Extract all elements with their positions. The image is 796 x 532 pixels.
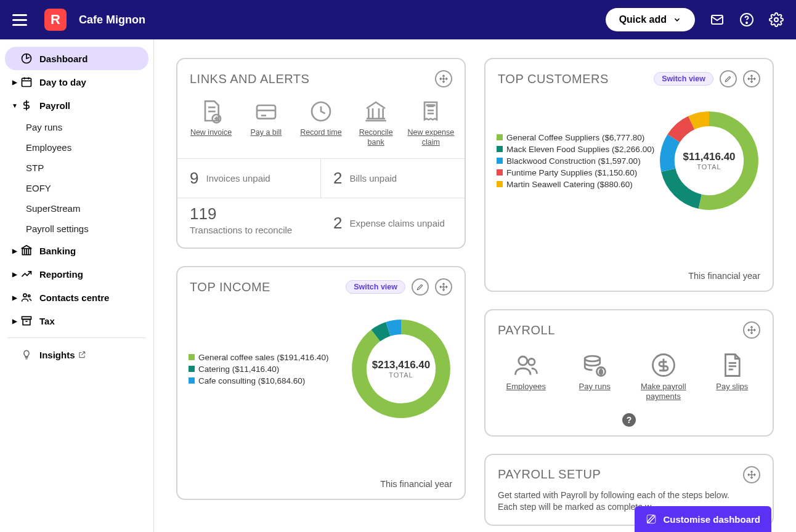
stat-invoices-unpaid[interactable]: 9 Invoices unpaid (177, 159, 321, 198)
payroll-link-pay-slips[interactable]: Pay slips (702, 352, 761, 402)
contacts-icon (20, 291, 33, 304)
stat-bills-unpaid[interactable]: 2 Bills unpaid (321, 159, 465, 198)
archive-icon (20, 314, 33, 328)
stat-number: 9 (190, 169, 198, 188)
legend-label: Martin Seawell Catering ($880.60) (506, 180, 633, 189)
card-top-income: TOP INCOME Switch view General coffee sa… (176, 266, 466, 500)
quick-link-label: New invoice (190, 128, 232, 138)
legend-item: Martin Seawell Catering ($880.60) (497, 180, 657, 189)
app-header: R Cafe Mignon Quick add (0, 0, 796, 39)
mail-icon[interactable] (710, 12, 725, 27)
settings-icon[interactable] (769, 12, 784, 27)
payroll-link-label: Pay slips (716, 382, 748, 392)
legend-item: General Coffee Suppliers ($6,777.80) (497, 133, 657, 142)
quick-add-button[interactable]: Quick add (606, 8, 695, 31)
dollar-icon (20, 99, 33, 112)
donut-total-label: TOTAL (389, 371, 413, 379)
stat-transactions-to-reconcile[interactable]: 119 Transactions to reconcile (177, 198, 321, 248)
sidebar-item-day-to-day[interactable]: ▶ Day to day (5, 70, 148, 94)
sidebar-item-label: Dashboard (39, 54, 87, 64)
donut-chart: $11,416.40 TOTAL (657, 108, 761, 213)
nav-divider (7, 337, 146, 338)
external-link-icon (78, 350, 86, 359)
dashboard-main: LINKS AND ALERTS New invoice (154, 39, 796, 532)
stat-caption: Expense claims unpaid (349, 218, 444, 228)
payroll-setup-text-1: Get started with Payroll by following ea… (498, 490, 760, 502)
switch-view-button[interactable]: Switch view (346, 280, 405, 294)
payroll-link-label: Make payroll payments (634, 382, 693, 402)
sidebar-subitem-pay-runs[interactable]: Pay runs (5, 117, 148, 137)
sidebar-item-payroll[interactable]: ▼ Payroll (5, 94, 148, 117)
move-card-icon[interactable] (743, 321, 760, 339)
quick-link-new-invoice[interactable]: New invoice (186, 99, 237, 147)
company-name: Cafe Mignon (79, 14, 145, 26)
svg-point-50 (528, 359, 535, 366)
invoice-icon (198, 99, 224, 124)
move-card-icon[interactable] (743, 466, 760, 483)
sidebar-item-reporting[interactable]: ▶ Reporting (5, 262, 148, 286)
legend-label: Blackwood Construction ($1,597.00) (506, 156, 641, 166)
legend-label: General coffee sales ($191,416.40) (198, 353, 328, 362)
sidebar-subitem-payroll-settings[interactable]: Payroll settings (5, 219, 148, 239)
move-card-icon[interactable] (743, 70, 760, 87)
customise-dashboard-button[interactable]: Customise dashboard (635, 506, 771, 532)
receipt-icon (418, 99, 444, 124)
svg-point-2 (746, 22, 747, 23)
sidebar-item-banking[interactable]: ▶ Banking (5, 239, 148, 262)
sidebar-item-tax[interactable]: ▶ Tax (5, 309, 148, 332)
stat-number: 119 (190, 204, 309, 224)
chart-legend: General Coffee Suppliers ($6,777.80)Mack… (497, 133, 657, 189)
quick-link-new-expense-claim[interactable]: New expense claim (405, 99, 456, 147)
card-title: PAYROLL SETUP (498, 467, 601, 482)
legend-item: Mack Eleven Food Supplies ($2,266.00) (497, 145, 657, 154)
chevron-down-icon (673, 15, 681, 24)
stat-caption: Transactions to reconcile (190, 225, 309, 235)
help-under-payments-icon[interactable]: ? (622, 413, 636, 427)
payroll-link-pay-runs[interactable]: $ Pay runs (565, 352, 624, 402)
quick-link-label: Pay a bill (250, 128, 282, 138)
settings-card-icon[interactable] (720, 70, 737, 87)
sidebar-item-contacts-centre[interactable]: ▶ Contacts centre (5, 286, 148, 309)
switch-view-button[interactable]: Switch view (654, 72, 713, 86)
legend-swatch (189, 366, 195, 372)
svg-text:$: $ (599, 369, 603, 375)
menu-toggle-icon[interactable] (12, 12, 27, 27)
settings-card-icon[interactable] (412, 278, 429, 296)
caret-down-icon: ▼ (10, 102, 20, 109)
donut-total: $11,416.40 (683, 151, 735, 163)
sidebar-item-dashboard[interactable]: Dashboard (5, 47, 148, 70)
sidebar-subitem-stp[interactable]: STP (5, 158, 148, 178)
legend-label: Cafe consulting ($10,684.60) (198, 376, 305, 385)
payruns-icon: $ (582, 352, 607, 378)
quick-link-pay-a-bill[interactable]: Pay a bill (241, 99, 291, 147)
help-icon[interactable] (739, 12, 754, 27)
payroll-link-employees[interactable]: Employees (497, 352, 556, 402)
stat-caption: Invoices unpaid (206, 173, 270, 183)
sidebar-item-insights[interactable]: Insights (5, 343, 148, 366)
dashboard-icon (20, 52, 33, 65)
clock-icon (308, 99, 334, 124)
legend-swatch (189, 377, 195, 384)
quick-add-label: Quick add (619, 14, 667, 25)
payroll-link-make-payments[interactable]: Make payroll payments (634, 352, 693, 402)
card-payroll: PAYROLL Employees $ Pay runs (484, 309, 774, 437)
legend-swatch (497, 134, 503, 140)
stat-expense-claims-unpaid[interactable]: 2 Expense claims unpaid (321, 198, 465, 248)
lightbulb-icon (20, 348, 33, 361)
sidebar-subitem-superstream[interactable]: SuperStream (5, 198, 148, 219)
quick-link-record-time[interactable]: Record time (296, 99, 346, 147)
legend-item: Catering ($11,416.40) (189, 365, 349, 374)
card-title: TOP CUSTOMERS (498, 72, 609, 86)
sidebar-subitem-employees[interactable]: Employees (5, 137, 148, 158)
app-logo: R (44, 9, 67, 31)
chart-icon (20, 267, 33, 281)
legend-swatch (497, 169, 503, 175)
edit-icon (646, 514, 657, 525)
quick-link-reconcile-bank[interactable]: Reconcile bank (351, 99, 401, 147)
sidebar-subitem-eofy[interactable]: EOFY (5, 178, 148, 198)
card-title: PAYROLL (498, 323, 555, 337)
move-card-icon[interactable] (435, 70, 452, 87)
move-card-icon[interactable] (435, 278, 452, 296)
sidebar-item-label: Banking (39, 246, 76, 256)
bank-icon (363, 99, 389, 124)
